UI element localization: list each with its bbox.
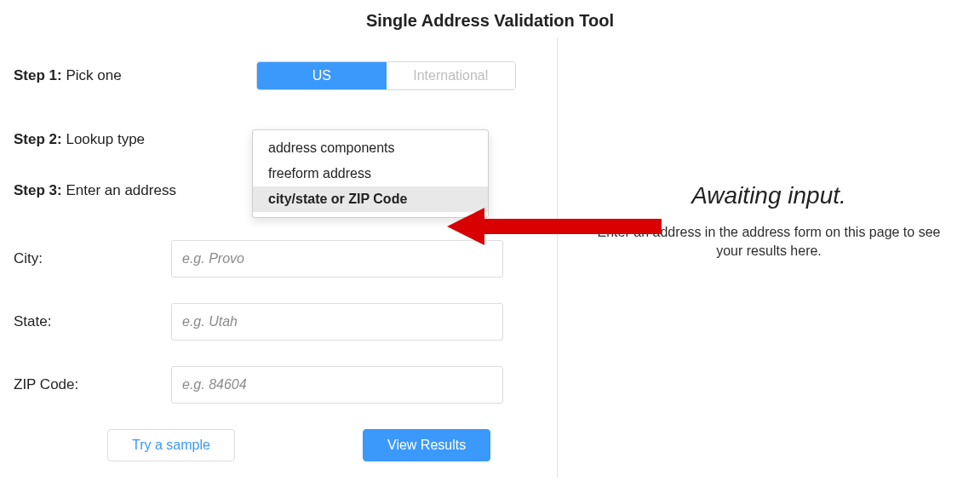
results-panel: Awaiting input. Enter an address in the … bbox=[557, 37, 980, 478]
state-label: State: bbox=[14, 313, 171, 330]
city-row: City: bbox=[14, 240, 540, 278]
step1-text: Pick one bbox=[66, 67, 121, 83]
zip-row: ZIP Code: bbox=[14, 366, 540, 404]
zip-input[interactable] bbox=[171, 366, 503, 404]
step3-text: Enter an address bbox=[66, 182, 175, 198]
awaiting-heading: Awaiting input. bbox=[592, 182, 946, 209]
step2-label: Step 2: bbox=[14, 131, 62, 147]
button-row: Try a sample View Results bbox=[14, 429, 540, 461]
form-panel: Step 1: Pick one US International Step 2… bbox=[0, 37, 557, 478]
awaiting-subtext: Enter an address in the address form on … bbox=[592, 223, 946, 261]
zip-label: ZIP Code: bbox=[14, 376, 171, 393]
page-title: Single Address Validation Tool bbox=[0, 0, 980, 37]
lookup-type-dropdown: address components freeform address city… bbox=[252, 129, 489, 218]
lookup-option-components[interactable]: address components bbox=[253, 135, 488, 161]
try-sample-button[interactable]: Try a sample bbox=[107, 429, 235, 461]
lookup-option-freeform[interactable]: freeform address bbox=[253, 161, 488, 186]
step1-label: Step 1: bbox=[14, 67, 62, 83]
lookup-option-city-state-zip[interactable]: city/state or ZIP Code bbox=[253, 186, 488, 212]
region-toggle: US International bbox=[256, 61, 516, 90]
step3-label: Step 3: bbox=[14, 182, 62, 198]
state-row: State: bbox=[14, 303, 540, 341]
state-input[interactable] bbox=[171, 303, 503, 341]
step2-text: Lookup type bbox=[66, 131, 145, 147]
city-input[interactable] bbox=[171, 240, 503, 278]
toggle-us[interactable]: US bbox=[257, 62, 387, 89]
toggle-international[interactable]: International bbox=[387, 62, 516, 89]
view-results-button[interactable]: View Results bbox=[363, 429, 490, 461]
step1-row: Step 1: Pick one US International bbox=[14, 61, 540, 90]
city-label: City: bbox=[14, 250, 171, 267]
